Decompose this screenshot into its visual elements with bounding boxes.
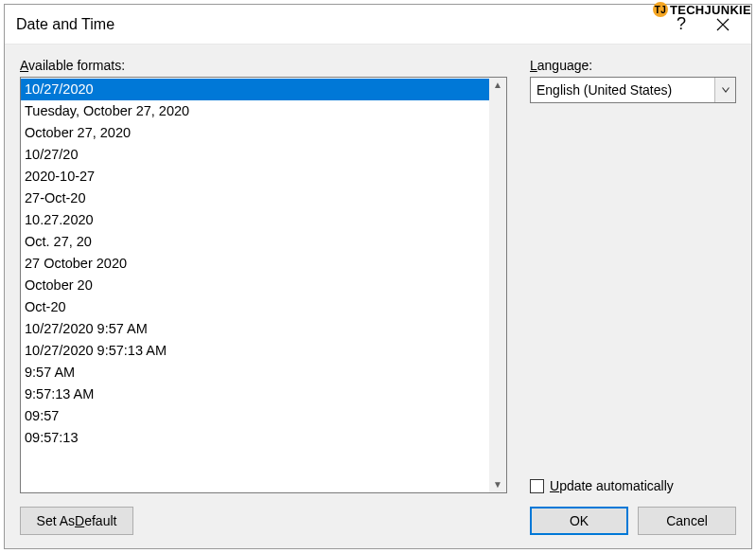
formats-list[interactable]: 10/27/2020Tuesday, October 27, 2020Octob… [21,78,489,492]
format-item[interactable]: 9:57 AM [21,362,489,384]
checkbox-icon[interactable] [530,479,544,493]
format-item[interactable]: 10.27.2020 [21,209,489,231]
set-as-default-button[interactable]: Set As Default [20,507,133,535]
titlebar: Date and Time ? [5,5,751,45]
scroll-up-icon[interactable]: ▲ [493,80,502,90]
format-item[interactable]: Tuesday, October 27, 2020 [21,100,489,122]
cancel-button[interactable]: Cancel [638,507,736,535]
format-item[interactable]: 09:57:13 [21,427,489,449]
format-item[interactable]: October 20 [21,275,489,296]
close-icon [716,18,730,31]
format-item[interactable]: Oct. 27, 20 [21,231,489,253]
format-item[interactable]: 10/27/2020 9:57 AM [21,318,489,340]
scroll-down-icon[interactable]: ▼ [493,480,502,490]
language-dropdown-button[interactable] [714,78,735,102]
format-item[interactable]: 10/27/2020 9:57:13 AM [21,340,489,362]
dialog-title: Date and Time [16,16,660,33]
right-column: Language: English (United States) Update… [530,58,736,493]
format-item[interactable]: 9:57:13 AM [21,384,489,405]
format-item[interactable]: October 27, 2020 [21,122,489,144]
formats-column: Available formats: 10/27/2020Tuesday, Oc… [20,58,507,493]
format-item[interactable]: 10/27/2020 [21,79,489,100]
language-combo[interactable]: English (United States) [530,77,736,103]
format-item[interactable]: 10/27/20 [21,144,489,166]
chevron-down-icon [722,87,730,93]
update-automatically-label: Update automatically [550,478,674,493]
format-item[interactable]: 27 October 2020 [21,253,489,275]
format-item[interactable]: 09:57 [21,405,489,427]
date-time-dialog: Date and Time ? Available formats: 10/27… [4,4,752,549]
dialog-footer: Set As Default OK Cancel [20,493,736,535]
format-item[interactable]: Oct-20 [21,296,489,318]
columns: Available formats: 10/27/2020Tuesday, Oc… [20,58,736,493]
dialog-body: Available formats: 10/27/2020Tuesday, Oc… [5,45,751,548]
ok-button[interactable]: OK [530,507,628,535]
available-formats-label: Available formats: [20,58,507,73]
language-label: Language: [530,58,736,73]
watermark: TJ TECHJUNKIE [653,2,751,17]
formats-listbox[interactable]: 10/27/2020Tuesday, October 27, 2020Octob… [20,77,507,493]
watermark-text: TECHJUNKIE [670,3,751,17]
format-item[interactable]: 2020-10-27 [21,166,489,187]
language-selected: English (United States) [531,82,714,98]
scrollbar[interactable]: ▲ ▼ [489,78,506,492]
update-automatically-checkbox[interactable]: Update automatically [530,473,736,493]
techjunkie-logo-icon: TJ [653,2,668,17]
format-item[interactable]: 27-Oct-20 [21,187,489,209]
